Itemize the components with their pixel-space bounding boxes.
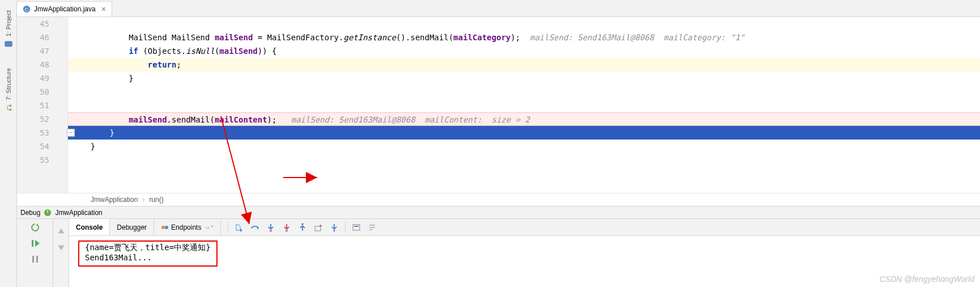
force-step-into-button[interactable]: [279, 220, 294, 235]
code-line: if (Objects.isNull(mailSend)) {: [68, 44, 980, 58]
show-execution-point-button[interactable]: [232, 220, 246, 235]
debug-tool-header[interactable]: Debug JmwApplication: [17, 206, 980, 219]
resume-icon[interactable]: [30, 238, 40, 248]
trace-button[interactable]: [365, 220, 380, 235]
line-number: 54: [17, 140, 49, 153]
svg-rect-1: [9, 109, 11, 111]
line-number: 45: [17, 17, 49, 31]
collapse-icon[interactable]: −: [67, 129, 75, 137]
gutter: 45 46 47 48 49 50 51 52 53 54 55: [17, 17, 68, 193]
debug-tabs: Console Debugger Endpoints →⁺: [69, 219, 980, 236]
svg-rect-13: [301, 223, 304, 225]
left-tool-rail: 1: Project 7: Structure: [0, 0, 17, 287]
debug-left-toolbar: [17, 219, 53, 287]
debug-nav-toolbar: [53, 219, 69, 287]
svg-rect-7: [32, 256, 34, 263]
svg-rect-6: [32, 240, 33, 247]
svg-rect-14: [315, 226, 321, 231]
code-line: }: [68, 71, 980, 85]
line-number: 53: [17, 126, 49, 140]
svg-rect-2: [9, 105, 11, 107]
annotation-highlight-box: {name=贾飞天，title=中奖通知} Send163Mail...: [78, 240, 218, 267]
svg-point-9: [161, 226, 165, 229]
line-number: 47: [17, 44, 49, 58]
step-into-button[interactable]: [263, 220, 278, 235]
drop-frame-button[interactable]: [311, 220, 326, 235]
inline-hint: mailSend: Send163Mail@8068 mailCategory:…: [520, 33, 744, 42]
line-number: 46: [17, 31, 49, 44]
line-number: 48: [17, 58, 49, 71]
project-tab-label: 1: Project: [5, 10, 12, 36]
svg-rect-16: [353, 225, 360, 230]
code-line: MailSend MailSend mailSend = MailSendFac…: [68, 31, 980, 44]
step-out-button[interactable]: [295, 220, 310, 235]
breadcrumb-class[interactable]: JmwApplication: [91, 196, 138, 204]
step-over-button[interactable]: [248, 220, 262, 235]
tab-debugger[interactable]: Debugger: [110, 219, 154, 235]
code-line: return;: [68, 58, 980, 71]
svg-text:C: C: [25, 7, 28, 12]
scroll-down-icon[interactable]: [56, 243, 66, 253]
run-to-cursor-button[interactable]: [327, 220, 342, 235]
pause-icon[interactable]: [30, 254, 40, 264]
code-line: [68, 99, 980, 112]
console-output[interactable]: {name=贾飞天，title=中奖通知} Send163Mail...: [69, 236, 980, 287]
line-number: 55: [17, 153, 49, 167]
code-line: [68, 17, 980, 31]
editor-tabs: C JmwApplication.java ×: [17, 0, 980, 17]
console-line: Send163Mail...: [85, 253, 211, 262]
breadcrumb-method[interactable]: run(): [149, 196, 163, 204]
project-icon: [5, 40, 12, 48]
line-number: 51: [17, 99, 49, 112]
code-line: [68, 85, 980, 99]
code-line: }: [68, 140, 980, 153]
svg-rect-11: [270, 230, 272, 231]
rerun-icon[interactable]: [30, 222, 40, 233]
tab-endpoints[interactable]: Endpoints →⁺: [154, 219, 221, 235]
line-number: 50: [17, 85, 49, 99]
chevron-right-icon: ›: [142, 196, 144, 204]
code-line-current: mailSend.sendMail(mailContent); mailSend…: [68, 112, 980, 126]
structure-tool-tab[interactable]: 7: Structure: [3, 60, 14, 120]
java-class-icon: C: [23, 5, 31, 13]
evaluate-expression-button[interactable]: [349, 220, 364, 235]
endpoints-icon: [161, 223, 169, 231]
step-toolbar: [221, 219, 380, 235]
debug-config-name: JmwApplication: [55, 209, 102, 217]
svg-rect-12: [286, 230, 288, 231]
debug-label: Debug: [20, 209, 40, 217]
code-line-selected: − }: [68, 126, 980, 140]
svg-rect-8: [36, 256, 38, 263]
svg-point-10: [165, 226, 168, 229]
file-tab-jmwapplication[interactable]: C JmwApplication.java ×: [17, 1, 112, 16]
project-tool-tab[interactable]: 1: Project: [3, 2, 14, 56]
structure-icon: [5, 104, 12, 112]
debug-panel: Console Debugger Endpoints →⁺: [17, 219, 980, 287]
svg-rect-17: [354, 226, 359, 227]
console-line: {name=贾飞天，title=中奖通知}: [85, 243, 211, 253]
svg-rect-15: [334, 230, 335, 231]
line-number: 49: [17, 71, 49, 85]
code-line: [68, 153, 980, 167]
file-tab-label: JmwApplication.java: [34, 5, 96, 13]
breadcrumb: JmwApplication › run(): [17, 193, 980, 206]
tab-console[interactable]: Console: [69, 219, 110, 235]
inline-hint: mailSend: Send163Mail@8068 mailContent: …: [276, 115, 530, 124]
line-number: 52: [17, 112, 49, 126]
svg-rect-0: [5, 41, 11, 47]
spring-boot-icon: [44, 209, 52, 217]
code-lines[interactable]: MailSend MailSend mailSend = MailSendFac…: [68, 17, 980, 193]
close-icon[interactable]: ×: [101, 5, 106, 14]
scroll-up-icon[interactable]: [56, 226, 66, 236]
structure-tab-label: 7: Structure: [5, 68, 12, 100]
code-editor[interactable]: 45 46 47 48 49 50 51 52 53 54 55 MailSen…: [17, 17, 980, 193]
